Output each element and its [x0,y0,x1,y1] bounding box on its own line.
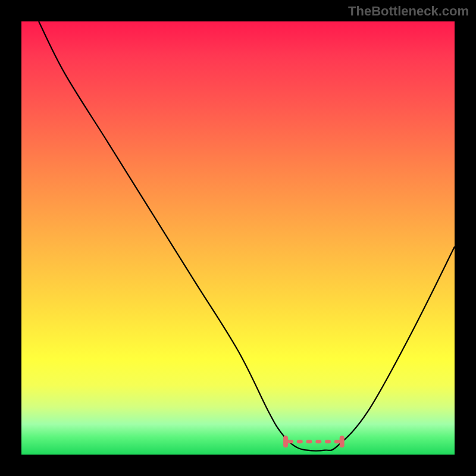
svg-rect-0 [283,436,288,447]
plot-area [21,21,455,455]
svg-rect-7 [334,440,340,443]
svg-rect-1 [340,436,345,447]
svg-rect-3 [297,440,303,443]
bottleneck-curve-svg [21,21,455,455]
svg-rect-2 [287,440,293,443]
watermark-text: TheBottleneck.com [348,4,469,19]
svg-rect-6 [325,440,331,443]
bottleneck-curve-path [39,21,455,451]
svg-rect-5 [315,440,321,443]
svg-rect-4 [306,440,312,443]
valley-marker [283,436,345,447]
